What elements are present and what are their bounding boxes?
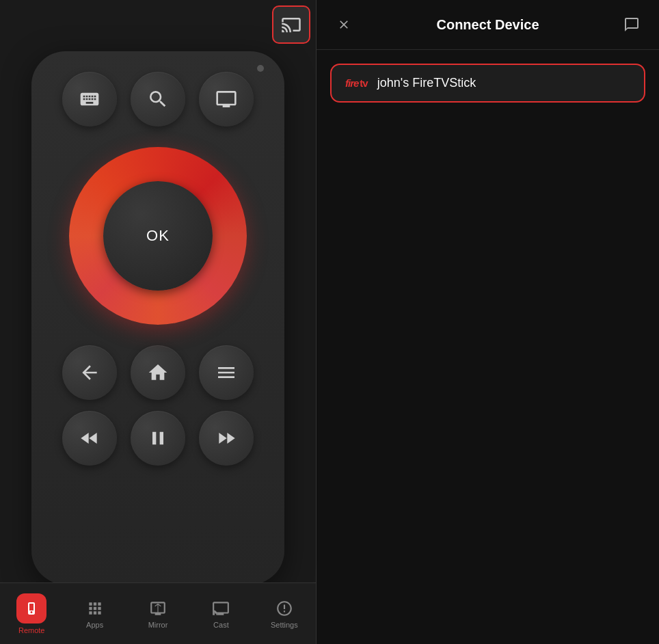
dpad-container: OK [69, 147, 247, 325]
cast-tab-icon [211, 599, 230, 618]
back-icon [79, 362, 100, 384]
dpad-ring[interactable]: OK [69, 147, 247, 325]
settings-tab-label: Settings [271, 621, 298, 629]
settings-tab-icon [275, 599, 294, 618]
right-panel: Connect Device fire tv john's FireTVStic… [317, 0, 659, 644]
search-icon [147, 88, 169, 110]
cast-tab-label: Cast [213, 621, 229, 629]
connect-device-title: Connect Device [436, 17, 539, 33]
tab-bar: Remote Apps Mirror [0, 582, 316, 644]
cast-icon [281, 14, 301, 35]
top-button-row [62, 72, 254, 126]
back-button[interactable] [62, 345, 117, 400]
tab-remote[interactable]: Remote [0, 593, 63, 634]
settings-icon [275, 600, 293, 617]
help-button[interactable] [621, 14, 643, 36]
home-icon [147, 362, 169, 384]
apps-icon [86, 600, 104, 617]
tab-settings[interactable]: Settings [253, 599, 316, 629]
search-button[interactable] [131, 72, 185, 126]
apps-tab-icon [85, 599, 105, 618]
remote-dot-indicator [257, 65, 264, 72]
firetv-brand-text: fire [345, 77, 358, 89]
nav-button-row [62, 345, 254, 400]
display-icon [215, 88, 237, 110]
apps-tab-label: Apps [86, 621, 103, 629]
keyboard-button[interactable] [62, 72, 117, 126]
tab-mirror[interactable]: Mirror [126, 599, 189, 629]
tab-apps[interactable]: Apps [63, 599, 126, 629]
mirror-tab-icon [148, 599, 167, 618]
keyboard-icon [79, 88, 100, 110]
left-panel: OK [0, 0, 316, 644]
connect-device-header: Connect Device [317, 0, 659, 50]
firetv-tv-text: tv [360, 77, 367, 89]
close-icon [337, 18, 351, 31]
mirror-tab-label: Mirror [148, 621, 168, 629]
fast-forward-icon [215, 427, 237, 449]
home-button[interactable] [131, 345, 185, 400]
device-name: john's FireTVStick [377, 76, 476, 90]
device-list: fire tv john's FireTVStick [317, 50, 659, 116]
firetv-logo: fire tv [345, 77, 368, 89]
media-button-row [62, 411, 254, 466]
fast-forward-button[interactable] [199, 411, 254, 466]
rewind-icon [79, 427, 100, 449]
mirror-icon [149, 600, 167, 617]
remote-tab-icon [16, 593, 46, 623]
ok-button[interactable]: OK [103, 181, 213, 291]
display-button[interactable] [199, 72, 254, 126]
help-icon [623, 16, 640, 33]
menu-button[interactable] [199, 345, 254, 400]
cast-tab-icon-svg [212, 600, 230, 617]
play-pause-button[interactable] [131, 411, 185, 466]
rewind-button[interactable] [62, 411, 117, 466]
play-pause-icon [147, 427, 169, 449]
tab-cast[interactable]: Cast [189, 599, 252, 629]
device-item-firetv[interactable]: fire tv john's FireTVStick [330, 64, 645, 103]
close-button[interactable] [333, 14, 355, 36]
remote-icon [23, 600, 40, 617]
ok-label: OK [146, 227, 170, 245]
menu-icon [215, 362, 237, 384]
remote-body: OK [31, 51, 284, 585]
remote-tab-label: Remote [18, 626, 45, 634]
cast-icon-button[interactable] [272, 5, 310, 44]
